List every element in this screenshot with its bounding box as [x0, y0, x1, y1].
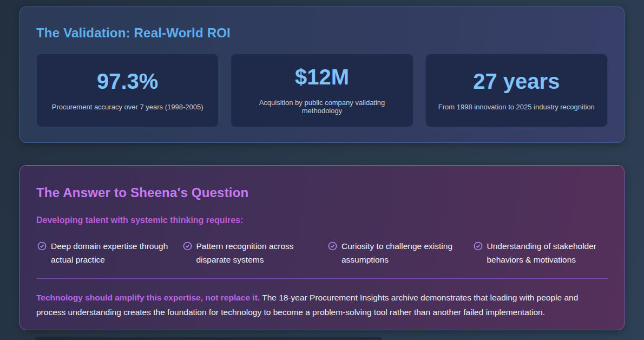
list-item: Pattern recognition across disparate sys… [183, 239, 318, 266]
stat-label: Procurement accuracy over 7 years (1998-… [52, 103, 203, 111]
stat-value: $12M [295, 66, 349, 88]
stat-card-acquisition: $12M Acquisition by public company valid… [231, 54, 413, 127]
answer-card: The Answer to Sheena's Question Developi… [19, 165, 625, 330]
divider [36, 278, 608, 279]
stat-card-accuracy: 97.3% Procurement accuracy over 7 years … [36, 54, 219, 127]
list-item: Curiosity to challenge existing assumpti… [328, 239, 463, 266]
validation-roi-card: The Validation: Real-World ROI 97.3% Pro… [19, 6, 625, 143]
stats-row: 97.3% Procurement accuracy over 7 years … [36, 54, 608, 127]
stat-value: 27 years [473, 70, 560, 92]
next-section-peek [35, 337, 382, 340]
stat-value: 97.3% [97, 70, 158, 92]
stat-label: From 1998 innovation to 2025 industry re… [438, 103, 595, 111]
conclusion-lead-text: Technology should amplify this expertise… [36, 293, 260, 302]
list-item-text: Curiosity to challenge existing assumpti… [341, 239, 463, 266]
list-item-text: Deep domain expertise through actual pra… [51, 239, 172, 266]
stat-card-years: 27 years From 1998 innovation to 2025 in… [425, 54, 608, 127]
stat-label: Acquisition by public company validating… [241, 99, 403, 115]
requirements-list: Deep domain expertise through actual pra… [36, 239, 608, 266]
answer-card-subtitle: Developing talent with systemic thinking… [36, 215, 608, 225]
circle-check-icon [37, 241, 47, 251]
conclusion-paragraph: Technology should amplify this expertise… [36, 290, 608, 319]
circle-check-icon [183, 241, 192, 251]
circle-check-icon [328, 241, 337, 251]
answer-card-title: The Answer to Sheena's Question [36, 185, 608, 200]
list-item-text: Understanding of stakeholder behaviors &… [487, 239, 608, 266]
validation-card-title: The Validation: Real-World ROI [36, 25, 608, 41]
list-item-text: Pattern recognition across disparate sys… [196, 239, 318, 266]
list-item: Understanding of stakeholder behaviors &… [474, 239, 608, 266]
circle-check-icon [474, 241, 483, 251]
list-item: Deep domain expertise through actual pra… [37, 239, 172, 266]
